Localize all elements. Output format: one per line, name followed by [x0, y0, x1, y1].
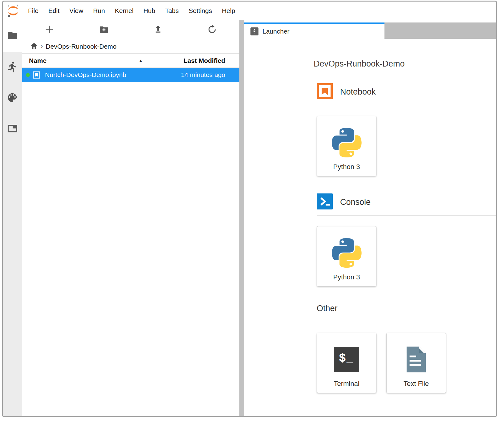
- terminal-glyph: $_: [339, 352, 354, 363]
- rocket-icon: [250, 27, 258, 35]
- console-icon: [317, 193, 333, 211]
- dock-panel: Launcher DevOps-Runbook-Demo Notebook: [244, 20, 496, 416]
- notebook-file-icon: [32, 71, 41, 79]
- card-console-python3[interactable]: Python 3: [317, 226, 376, 286]
- file-browser-toolbar: [22, 20, 239, 40]
- card-label: Terminal: [334, 380, 359, 388]
- palette-icon: [6, 92, 18, 105]
- column-header-name[interactable]: Name ▲: [22, 54, 152, 67]
- jupyter-logo-icon: [6, 4, 20, 18]
- kernel-running-dot: [26, 73, 30, 77]
- column-modified-label: Last Modified: [184, 57, 225, 64]
- menu-item-edit[interactable]: Edit: [43, 7, 64, 14]
- file-modified: 14 minutes ago: [152, 71, 239, 79]
- card-terminal[interactable]: $_ Terminal: [317, 333, 376, 393]
- refresh-icon: [207, 25, 217, 35]
- home-icon[interactable]: [30, 42, 38, 51]
- file-name: Nurtch-DevOps-Demo.ipynb: [45, 71, 126, 79]
- sidebar-item-running[interactable]: [3, 52, 22, 83]
- tabs-icon: [7, 123, 18, 135]
- console-cards: Python 3: [317, 226, 496, 286]
- tab-bar-gap: [244, 20, 496, 22]
- other-cards: $_ Terminal: [317, 333, 496, 393]
- tab-launcher-label: Launcher: [262, 28, 290, 35]
- running-man-icon: [6, 61, 18, 74]
- jupyterlab-window: File Edit View Run Kernel Hub Tabs Setti…: [2, 1, 497, 417]
- breadcrumb-separator: ›: [41, 43, 43, 51]
- menu-item-file[interactable]: File: [23, 7, 43, 14]
- sidebar-item-commands[interactable]: [3, 83, 22, 114]
- section-other: Other: [317, 304, 496, 322]
- python-logo-icon: [332, 233, 362, 273]
- upload-icon: [153, 25, 163, 35]
- section-console-label: Console: [340, 197, 371, 207]
- menu-item-view[interactable]: View: [64, 7, 88, 14]
- terminal-icon: $_: [334, 339, 359, 380]
- breadcrumb-folder[interactable]: DevOps-Runbook-Demo: [46, 43, 116, 50]
- menu-item-run[interactable]: Run: [88, 7, 110, 14]
- menu-item-help[interactable]: Help: [217, 7, 240, 14]
- menu-item-kernel[interactable]: Kernel: [110, 7, 139, 14]
- card-label: Text File: [404, 380, 429, 388]
- activity-sidebar: [3, 20, 22, 416]
- menu-item-hub[interactable]: Hub: [138, 7, 160, 14]
- launcher-panel: DevOps-Runbook-Demo Notebook: [244, 43, 496, 416]
- menu-bar: File Edit View Run Kernel Hub Tabs Setti…: [3, 2, 496, 20]
- panel-splitter[interactable]: [239, 20, 244, 416]
- section-console: Console: [317, 193, 496, 216]
- breadcrumb: › DevOps-Runbook-Demo: [22, 40, 239, 53]
- activity-sidebar-rest: [3, 52, 22, 416]
- menu-item-settings[interactable]: Settings: [184, 7, 217, 14]
- sidebar-item-files[interactable]: [3, 20, 22, 52]
- file-list-header: Name ▲ Last Modified: [22, 53, 239, 68]
- file-browser-panel: › DevOps-Runbook-Demo Name ▲ Last Modifi…: [22, 20, 239, 416]
- column-name-label: Name: [29, 57, 47, 64]
- notebook-icon: [317, 83, 333, 100]
- card-notebook-python3[interactable]: Python 3: [317, 116, 376, 176]
- section-notebook: Notebook: [317, 83, 496, 105]
- tab-launcher[interactable]: Launcher: [244, 22, 384, 39]
- plus-icon: [45, 25, 54, 35]
- sidebar-item-tabs[interactable]: [3, 114, 22, 144]
- tab-bar-underline: [244, 39, 496, 43]
- new-folder-button[interactable]: [76, 20, 131, 40]
- section-other-label: Other: [317, 304, 338, 313]
- python-logo-icon: [332, 122, 362, 163]
- text-file-icon: [405, 339, 428, 380]
- card-label: Python 3: [333, 163, 360, 171]
- card-label: Python 3: [333, 273, 360, 281]
- dock-tab-bar: Launcher: [244, 22, 496, 39]
- column-header-modified[interactable]: Last Modified: [152, 54, 239, 67]
- file-row-name-cell: Nurtch-DevOps-Demo.ipynb: [22, 71, 152, 79]
- notebook-cards: Python 3: [317, 116, 496, 176]
- refresh-button[interactable]: [185, 20, 239, 40]
- sort-ascending-icon: ▲: [139, 58, 143, 63]
- upload-button[interactable]: [131, 20, 185, 40]
- folder-icon: [7, 30, 18, 42]
- menu-item-tabs[interactable]: Tabs: [160, 7, 184, 14]
- card-text-file[interactable]: Text File: [386, 333, 446, 393]
- new-launcher-button[interactable]: [22, 20, 76, 40]
- launcher-title: DevOps-Runbook-Demo: [314, 59, 496, 69]
- new-folder-icon: [99, 25, 108, 35]
- section-notebook-label: Notebook: [340, 87, 376, 97]
- file-row[interactable]: Nurtch-DevOps-Demo.ipynb 14 minutes ago: [22, 68, 239, 82]
